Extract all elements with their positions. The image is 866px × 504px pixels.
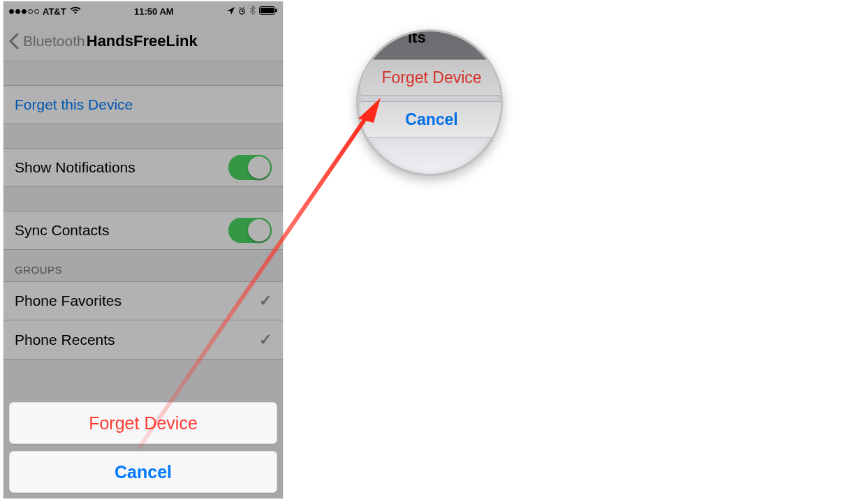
show-notifications-label: Show Notifications [15, 159, 135, 176]
magnifier-cancel-button[interactable]: Cancel [360, 101, 503, 138]
chevron-left-icon [9, 34, 19, 49]
cancel-label: Cancel [115, 462, 172, 482]
svg-rect-2 [260, 8, 274, 13]
settings-list: Forget this Device Show Notifications Sy… [3, 61, 283, 360]
nav-bar: Bluetooth HandsFreeLink [3, 21, 283, 61]
status-time: 11:50 AM [134, 6, 174, 17]
magnifier-forget-button[interactable]: Forget Device [360, 59, 503, 96]
groups-section-header: GROUPS [3, 250, 283, 281]
sync-contacts-label: Sync Contacts [15, 222, 109, 239]
back-button[interactable]: Bluetooth [9, 33, 85, 50]
location-icon [227, 6, 235, 17]
action-sheet: Forget Device Cancel [9, 402, 277, 493]
svg-rect-3 [275, 8, 277, 12]
bluetooth-icon [249, 6, 256, 17]
forget-device-label: Forget Device [89, 413, 198, 433]
show-notifications-toggle[interactable] [228, 155, 272, 180]
checkmark-icon: ✓ [259, 331, 272, 349]
phone-favorites-label: Phone Favorites [15, 292, 122, 309]
carrier-label: AT&T [43, 6, 66, 17]
sync-contacts-cell[interactable]: Sync Contacts [3, 211, 283, 250]
status-left: AT&T [9, 6, 81, 17]
magnifier-header-fragment: its [356, 29, 503, 47]
wifi-icon [70, 6, 81, 17]
phone-favorites-cell[interactable]: Phone Favorites ✓ [3, 281, 283, 320]
sync-contacts-toggle[interactable] [228, 218, 272, 243]
magnifier-forget-label: Forget Device [381, 68, 481, 87]
back-label: Bluetooth [23, 33, 85, 50]
forget-device-button[interactable]: Forget Device [9, 402, 277, 444]
show-notifications-cell[interactable]: Show Notifications [3, 148, 283, 187]
phone-recents-label: Phone Recents [15, 332, 115, 348]
alarm-icon [238, 6, 246, 17]
battery-icon [259, 6, 277, 17]
forget-this-device-label: Forget this Device [15, 96, 133, 113]
callout-magnifier: its Forget Device Cancel [356, 29, 503, 176]
forget-this-device-cell[interactable]: Forget this Device [3, 85, 283, 124]
nav-title: HandsFreeLink [87, 32, 198, 50]
cancel-button[interactable]: Cancel [9, 451, 277, 493]
phone-recents-cell[interactable]: Phone Recents ✓ [3, 320, 283, 360]
checkmark-icon: ✓ [259, 292, 272, 310]
status-right [227, 6, 277, 17]
magnifier-cancel-label: Cancel [405, 110, 457, 129]
status-bar: AT&T 11:50 AM [3, 1, 283, 21]
signal-strength-icon [9, 9, 39, 14]
phone-screen: AT&T 11:50 AM Bluetooth HandsFre [3, 1, 283, 498]
